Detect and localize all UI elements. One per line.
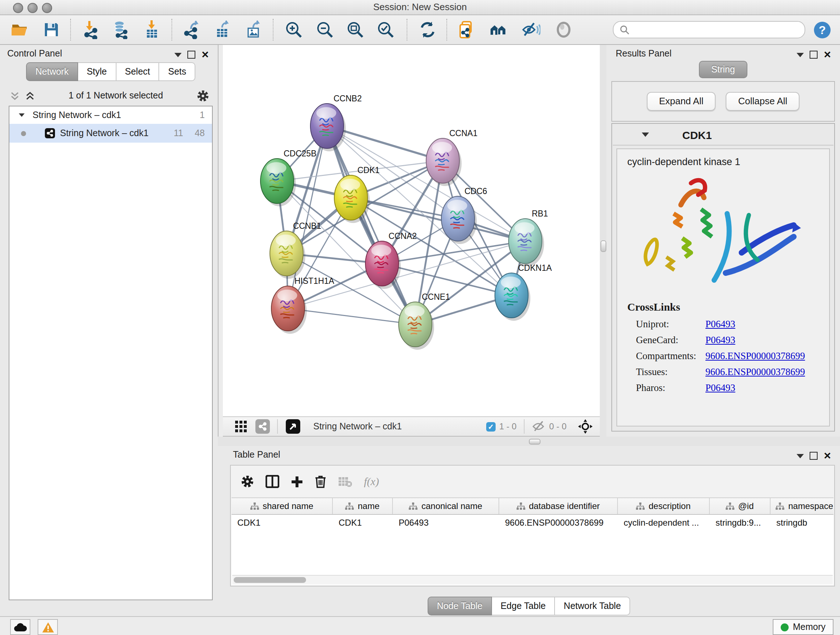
- network-view-canvas[interactable]: CCNB2CCNA1CDC25BCDK1CDC6RB1CCNB1CCNA2CDK…: [223, 45, 600, 416]
- node-count: 11: [174, 128, 183, 138]
- selected-nodes-checkbox[interactable]: ✓: [486, 422, 496, 431]
- refresh-button[interactable]: [418, 20, 437, 39]
- network-graph[interactable]: CCNB2CCNA1CDC25BCDK1CDC6RB1CCNB1CCNA2CDK…: [223, 45, 600, 416]
- tree-expander-icon[interactable]: [19, 113, 25, 117]
- column-header-namespace[interactable]: namespace: [771, 498, 834, 514]
- network-view-mode-icon[interactable]: [256, 419, 270, 434]
- zoom-in-icon: [284, 20, 303, 39]
- import-network-database-button[interactable]: [111, 20, 130, 39]
- close-panel-icon[interactable]: ✕: [201, 51, 209, 58]
- toolbar-separator: [273, 19, 274, 41]
- table-settings-gear-icon[interactable]: [241, 475, 254, 488]
- gene-section-header[interactable]: CDK1: [613, 125, 834, 146]
- edge-HIST1H1A-CCNE1[interactable]: [288, 309, 415, 325]
- crosslink-link[interactable]: P06493: [706, 318, 736, 330]
- zoom-selected-button[interactable]: [376, 20, 395, 39]
- tab-edge-table[interactable]: Edge Table: [492, 597, 555, 616]
- open-session-button[interactable]: [10, 20, 29, 39]
- fit-selection-crosshair-icon[interactable]: [578, 419, 592, 434]
- vertical-splitter[interactable]: [600, 45, 606, 437]
- column-header-name[interactable]: name: [333, 498, 393, 514]
- cloud-status-button[interactable]: [10, 619, 30, 635]
- table-row[interactable]: CDK1CDK1P064939606.ENSP00000378699cyclin…: [232, 515, 834, 531]
- close-panel-icon[interactable]: ✕: [823, 51, 831, 58]
- tab-select[interactable]: Select: [116, 62, 159, 81]
- import-table-button[interactable]: [142, 20, 161, 39]
- memory-button[interactable]: Memory: [773, 619, 834, 635]
- tab-string[interactable]: String: [699, 61, 747, 78]
- section-expander-icon[interactable]: [642, 133, 649, 137]
- expand-all-chevrons-icon[interactable]: [25, 91, 35, 100]
- hidden-count-badge: 0 - 0: [549, 421, 567, 432]
- export-table-button[interactable]: [213, 20, 232, 39]
- splitter-handle[interactable]: [600, 241, 606, 252]
- collapse-all-chevrons-icon[interactable]: [10, 91, 19, 100]
- warnings-button[interactable]: [38, 619, 58, 635]
- float-panel-icon[interactable]: [810, 51, 818, 59]
- import-table-icon: [142, 20, 161, 39]
- column-header-id[interactable]: @id: [710, 498, 771, 514]
- node-CCNB1[interactable]: CCNB1: [270, 221, 321, 279]
- node-CDKN1A[interactable]: CDKN1A: [495, 263, 552, 321]
- crosslink-link[interactable]: 9606.ENSP00000378699: [706, 366, 805, 378]
- node-label-CCNE1: CCNE1: [422, 292, 450, 302]
- node-RB1[interactable]: RB1: [508, 209, 548, 266]
- save-session-button[interactable]: [42, 20, 61, 39]
- tab-node-table[interactable]: Node Table: [428, 597, 492, 616]
- zoom-fit-button[interactable]: [346, 20, 365, 39]
- gear-icon[interactable]: [197, 89, 209, 102]
- float-panel-icon[interactable]: [187, 51, 195, 59]
- column-header-canonical-name[interactable]: canonical name: [393, 498, 499, 514]
- export-network-button[interactable]: [182, 20, 201, 39]
- node-CCNA1[interactable]: CCNA1: [426, 128, 477, 186]
- network-collection-row[interactable]: String Network – cdk1 1: [9, 106, 212, 124]
- import-network-file-button[interactable]: [81, 20, 100, 39]
- help-button[interactable]: ?: [813, 20, 831, 39]
- expand-all-button[interactable]: Expand All: [647, 92, 716, 111]
- node-CDK1[interactable]: CDK1: [334, 165, 379, 223]
- scrollbar-thumb[interactable]: [234, 577, 306, 583]
- node-HIST1H1A[interactable]: HIST1H1A: [271, 276, 335, 334]
- horizontal-splitter[interactable]: [218, 437, 840, 446]
- float-panel-icon[interactable]: [810, 452, 818, 460]
- edge-CCNB2-CCNE1[interactable]: [327, 126, 415, 325]
- tab-sets[interactable]: Sets: [159, 62, 196, 81]
- crosslink-link[interactable]: P06493: [706, 334, 736, 346]
- add-column-plus-icon[interactable]: [291, 475, 303, 488]
- panel-menu-icon[interactable]: [174, 52, 182, 57]
- zoom-in-button[interactable]: [284, 20, 303, 39]
- home-button[interactable]: [489, 20, 508, 39]
- tab-network[interactable]: Network: [26, 62, 78, 81]
- column-header-database-identifier[interactable]: database identifier: [499, 498, 618, 514]
- hidden-eye-icon[interactable]: [532, 421, 546, 432]
- selected-count-badge: 1 - 0: [499, 421, 516, 432]
- crosslink-link[interactable]: 9606.ENSP00000378699: [706, 350, 805, 362]
- control-panel-tabs: NetworkStyleSelectSets: [26, 62, 196, 81]
- splitter-handle[interactable]: [529, 439, 540, 445]
- protein-ribbon-icon: [640, 172, 806, 296]
- grid-mode-icon[interactable]: [234, 420, 248, 433]
- new-network-from-selection-button[interactable]: [457, 20, 476, 39]
- show-all-button[interactable]: [554, 20, 573, 39]
- crosslink-link[interactable]: P06493: [706, 382, 736, 394]
- zoom-out-button[interactable]: [316, 20, 334, 39]
- column-header-shared-name[interactable]: shared name: [232, 498, 333, 514]
- search-input[interactable]: [630, 24, 799, 35]
- node-CCNE1[interactable]: CCNE1: [399, 292, 450, 350]
- collapse-all-button[interactable]: Collapse All: [726, 92, 800, 111]
- export-image-button[interactable]: [245, 20, 264, 39]
- panel-menu-icon[interactable]: [797, 52, 804, 57]
- delete-trash-icon[interactable]: [315, 475, 326, 488]
- tab-network-table[interactable]: Network Table: [555, 597, 630, 616]
- edge-count: 48: [195, 128, 205, 138]
- network-row[interactable]: String Network – cdk1 11 48: [9, 124, 212, 143]
- birdseye-view-toggle[interactable]: [286, 419, 300, 434]
- show-columns-icon[interactable]: [265, 475, 279, 488]
- node-CCNB2[interactable]: CCNB2: [310, 94, 362, 151]
- hide-selected-button[interactable]: [522, 20, 540, 39]
- horizontal-scrollbar[interactable]: [232, 575, 833, 584]
- panel-menu-icon[interactable]: [797, 454, 804, 458]
- tab-style[interactable]: Style: [78, 62, 117, 81]
- column-header-description[interactable]: description: [618, 498, 710, 514]
- close-panel-icon[interactable]: ✕: [823, 452, 831, 459]
